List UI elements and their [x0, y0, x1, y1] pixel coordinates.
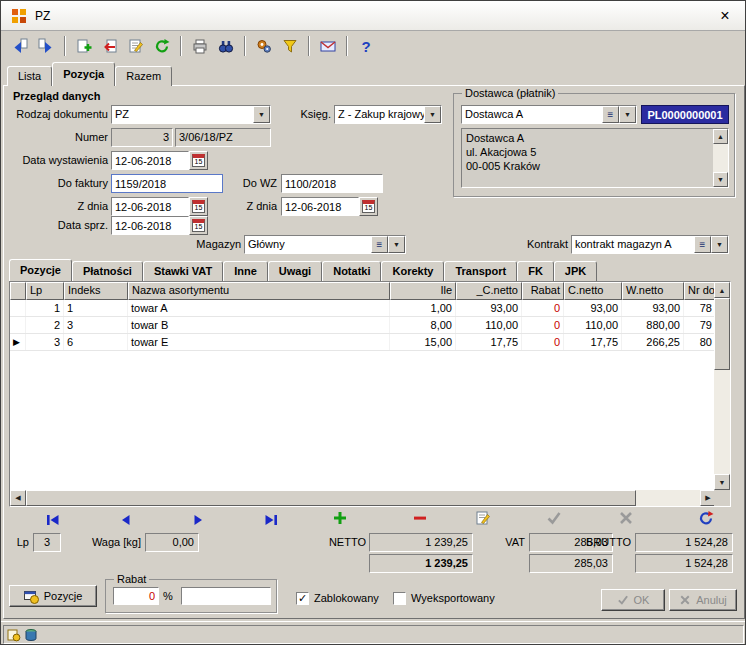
- table-row-current[interactable]: ▶ 3 6 towar E 15,00 17,75 0 17,75 266,25…: [10, 334, 730, 351]
- toolbar-prev-document-button[interactable]: [7, 34, 33, 58]
- chevron-down-icon[interactable]: ▼: [253, 106, 270, 123]
- tab-korekty[interactable]: Korekty: [381, 261, 444, 281]
- toolbar-help-button[interactable]: ?: [353, 34, 379, 58]
- ok-button[interactable]: OK: [601, 589, 665, 611]
- scroll-up-icon[interactable]: ▲: [714, 282, 730, 298]
- prior-record-button[interactable]: [115, 511, 137, 529]
- first-record-button[interactable]: [43, 511, 65, 529]
- data-wystawienia-label: Data wystawienia: [9, 151, 108, 170]
- scroll-up-icon[interactable]: ▲: [713, 129, 728, 144]
- data-wystawienia-calendar-button[interactable]: 15: [189, 151, 208, 170]
- edit-record-button[interactable]: [472, 509, 494, 527]
- tab-inne[interactable]: Inne: [223, 261, 268, 281]
- data-wystawienia-input[interactable]: [111, 151, 189, 170]
- chevron-down-icon[interactable]: ▼: [619, 106, 636, 123]
- address-scrollbar[interactable]: ▲ ▼: [713, 129, 728, 187]
- do-wz-input[interactable]: [281, 174, 383, 193]
- column-header[interactable]: Nr do: [684, 282, 716, 300]
- pozycje-button[interactable]: Pozycje: [9, 585, 97, 607]
- next-record-button[interactable]: [187, 511, 209, 529]
- zablokowany-checkbox[interactable]: ✓ Zablokowany: [296, 591, 379, 605]
- column-header[interactable]: W.netto: [622, 282, 684, 300]
- refresh-record-button[interactable]: [695, 509, 717, 527]
- lookup-list-icon[interactable]: ≡: [371, 236, 388, 253]
- cell-cnetto-base: 93,00: [456, 300, 522, 316]
- tab-label: Stawki VAT: [154, 265, 212, 277]
- vertical-scroll-thumb[interactable]: [714, 298, 730, 370]
- z-dnia-2-input[interactable]: [281, 197, 359, 216]
- insert-record-button[interactable]: [329, 509, 351, 527]
- wyeksportowany-checkbox[interactable]: Wyeksportowany: [393, 591, 495, 605]
- tab-notatki[interactable]: Notatki: [322, 261, 381, 281]
- data-sprz-calendar-button[interactable]: 15: [189, 216, 208, 235]
- toolbar-mail-button[interactable]: [315, 34, 341, 58]
- column-header[interactable]: Rabat: [522, 282, 564, 300]
- rabat-input[interactable]: [113, 587, 159, 605]
- toolbar-delete-document-button[interactable]: [97, 34, 123, 58]
- chevron-down-icon[interactable]: ▼: [388, 236, 405, 253]
- ksieg-combo[interactable]: Z - Zakup krajowy ▼: [334, 105, 442, 124]
- toolbar-print-button[interactable]: [187, 34, 213, 58]
- last-record-button[interactable]: [259, 511, 281, 529]
- cell-rabat: 0: [522, 334, 564, 350]
- vertical-scrollbar[interactable]: ▲ ▼: [714, 282, 730, 490]
- rabat-extra-input[interactable]: [181, 587, 271, 605]
- column-header[interactable]: _C.netto: [456, 282, 522, 300]
- horizontal-scroll-thumb[interactable]: [26, 490, 636, 506]
- numer-full-field: 3/06/18/PZ: [175, 128, 271, 147]
- magazyn-combo[interactable]: Główny ≡ ▼: [244, 235, 406, 254]
- z-dnia-2-calendar-button[interactable]: 15: [359, 197, 378, 216]
- chevron-down-icon[interactable]: ▼: [711, 236, 728, 253]
- scroll-left-icon[interactable]: ◀: [10, 490, 26, 506]
- horizontal-scrollbar[interactable]: ◀ ▶: [10, 490, 716, 506]
- tab-lista[interactable]: Lista: [7, 66, 52, 86]
- dostawca-combo[interactable]: Dostawca A ≡ ▼: [461, 105, 637, 124]
- tab-pozycje[interactable]: Pozycje: [9, 259, 72, 281]
- toolbar-edit-document-button[interactable]: [123, 34, 149, 58]
- kontrakt-combo[interactable]: kontrakt magazyn A ≡ ▼: [571, 235, 729, 254]
- delete-record-button[interactable]: [409, 509, 431, 527]
- toolbar-next-document-button[interactable]: [33, 34, 59, 58]
- rodzaj-dokumentu-combo[interactable]: PZ ▼: [111, 105, 271, 124]
- column-header[interactable]: Lp: [26, 282, 64, 300]
- table-row[interactable]: 1 1 towar A 1,00 93,00 0 93,00 93,00 78: [10, 300, 730, 317]
- tab-razem[interactable]: Razem: [115, 66, 172, 86]
- tab-jpk[interactable]: JPK: [554, 261, 597, 281]
- z-dnia-1-input[interactable]: [111, 197, 189, 216]
- cell-nrdok: 78: [684, 300, 716, 316]
- column-header[interactable]: Indeks: [64, 282, 128, 300]
- edit-record-icon: [475, 510, 491, 526]
- cancel-record-button[interactable]: [615, 509, 637, 527]
- post-record-button[interactable]: [543, 509, 565, 527]
- toolbar-filter-button[interactable]: [277, 34, 303, 58]
- scroll-down-icon[interactable]: ▼: [714, 474, 730, 490]
- column-header[interactable]: Nazwa asortymentu: [128, 282, 390, 300]
- vat-label: VAT: [487, 533, 525, 552]
- toolbar-refresh-button[interactable]: [149, 34, 175, 58]
- toolbar-settings-button[interactable]: [251, 34, 277, 58]
- tab-platnosci[interactable]: Płatności: [72, 261, 143, 281]
- table-row[interactable]: 2 3 towar B 8,00 110,00 0 110,00 880,00 …: [10, 317, 730, 334]
- percent-label: %: [163, 587, 177, 606]
- anuluj-button[interactable]: Anuluj: [669, 589, 737, 611]
- toolbar-find-button[interactable]: [213, 34, 239, 58]
- tab-pozycja[interactable]: Pozycja: [52, 62, 115, 86]
- refresh-record-icon: [698, 510, 714, 526]
- column-header[interactable]: Ile: [390, 282, 456, 300]
- tab-stawki-vat[interactable]: Stawki VAT: [143, 261, 223, 281]
- close-button[interactable]: ×: [713, 5, 737, 27]
- do-faktury-input[interactable]: [111, 174, 223, 193]
- chevron-down-icon[interactable]: ▼: [424, 106, 441, 123]
- lookup-list-icon[interactable]: ≡: [602, 106, 619, 123]
- scroll-down-icon[interactable]: ▼: [713, 172, 728, 187]
- row-indicator-cell: [10, 317, 26, 333]
- data-sprz-input[interactable]: [111, 216, 189, 235]
- z-dnia-1-calendar-button[interactable]: 15: [189, 197, 208, 216]
- column-header[interactable]: C.netto: [564, 282, 622, 300]
- lookup-list-icon[interactable]: ≡: [694, 236, 711, 253]
- status-settings-icon: [7, 628, 21, 642]
- tab-transport[interactable]: Transport: [444, 261, 517, 281]
- tab-fk[interactable]: FK: [517, 261, 554, 281]
- tab-uwagi[interactable]: Uwagi: [268, 261, 322, 281]
- toolbar-add-document-button[interactable]: [71, 34, 97, 58]
